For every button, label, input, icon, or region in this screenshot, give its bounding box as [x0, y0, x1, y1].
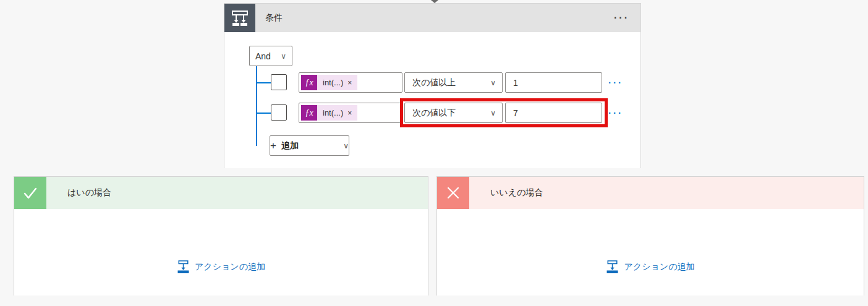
condition-tree-stub: [256, 113, 271, 114]
expression-text: int(...): [323, 78, 343, 87]
add-action-label: アクションの追加: [624, 261, 695, 273]
if-yes-title: はいの場合: [67, 187, 111, 198]
chevron-down-icon: ∨: [343, 142, 349, 150]
expression-token[interactable]: ƒx int(...) ×: [301, 105, 357, 121]
if-yes-branch-card: はいの場合 アクションの追加: [14, 176, 428, 295]
condition-row-menu-ellipsis[interactable]: ···: [608, 108, 623, 118]
condition-icon: [224, 4, 255, 32]
condition-row-operator-dropdown[interactable]: 次の値以上 ∨: [404, 72, 503, 93]
expression-text: int(...): [323, 108, 343, 117]
expression-token-label: int(...) ×: [317, 105, 357, 121]
condition-title: 条件: [265, 12, 283, 23]
expression-token[interactable]: ƒx int(...) ×: [301, 75, 357, 90]
if-no-header[interactable]: いいえの場合: [437, 177, 864, 209]
operator-value: 次の値以下: [412, 108, 456, 119]
add-action-icon: [606, 260, 619, 274]
add-condition-button[interactable]: + 追加 ∨: [270, 135, 349, 156]
value-text: 1: [513, 78, 518, 88]
chevron-down-icon: ∨: [490, 109, 496, 117]
x-icon: [437, 177, 469, 209]
add-action-icon: [177, 260, 189, 274]
condition-tree-stub: [256, 82, 271, 83]
condition-row-operator-dropdown[interactable]: 次の値以下 ∨: [404, 103, 503, 123]
add-action-button[interactable]: アクションの追加: [177, 260, 265, 274]
condition-card-body: And ∨ ƒx int(...) × 次の値以上 ∨ 1 ···: [224, 32, 640, 168]
chevron-down-icon: ∨: [490, 79, 496, 87]
if-yes-body: アクションの追加: [14, 209, 428, 295]
operator-value: 次の値以上: [412, 77, 456, 88]
condition-row-menu-ellipsis[interactable]: ···: [608, 77, 623, 88]
branch-icon: [230, 8, 250, 28]
condition-row-expression-field[interactable]: ƒx int(...) ×: [299, 103, 402, 123]
condition-card-header[interactable]: 条件 ···: [224, 4, 640, 32]
if-no-title: いいえの場合: [490, 187, 543, 198]
add-action-button[interactable]: アクションの追加: [606, 260, 695, 274]
condition-card: 条件 ··· And ∨ ƒx int(...) × 次の値以上 ∨: [224, 3, 641, 168]
fx-icon: ƒx: [301, 105, 317, 121]
chevron-down-icon: ∨: [281, 52, 286, 61]
condition-menu-ellipsis[interactable]: ···: [614, 12, 629, 23]
join-operator-value: And: [255, 51, 271, 61]
condition-row-expression-field[interactable]: ƒx int(...) ×: [299, 72, 402, 93]
condition-row-checkbox[interactable]: [271, 74, 287, 90]
condition-row-value-input[interactable]: 7: [505, 103, 602, 123]
if-no-body: アクションの追加: [437, 209, 864, 295]
remove-token-icon[interactable]: ×: [347, 79, 352, 87]
remove-token-icon[interactable]: ×: [347, 109, 352, 117]
if-yes-header[interactable]: はいの場合: [14, 177, 428, 209]
condition-tree-line: [256, 66, 257, 146]
if-no-branch-card: いいえの場合 アクションの追加: [436, 176, 864, 295]
plus-icon: +: [270, 140, 276, 152]
add-condition-label: 追加: [281, 140, 299, 151]
condition-row-checkbox[interactable]: [271, 104, 287, 121]
fx-icon: ƒx: [301, 75, 317, 90]
checkmark-icon: [14, 177, 46, 209]
expression-token-label: int(...) ×: [317, 75, 357, 90]
add-action-label: アクションの追加: [195, 261, 265, 273]
condition-row-value-input[interactable]: 1: [505, 72, 602, 93]
value-text: 7: [513, 108, 518, 118]
join-operator-dropdown[interactable]: And ∨: [249, 46, 292, 66]
